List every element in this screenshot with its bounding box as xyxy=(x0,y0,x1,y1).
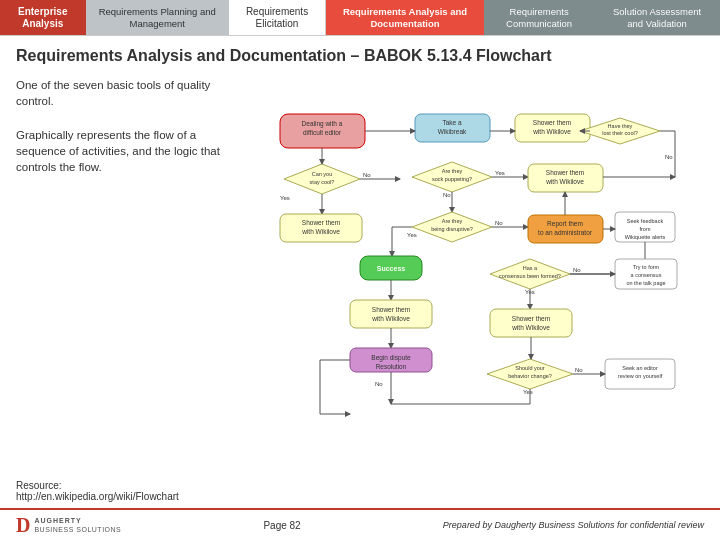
nav-item-solution[interactable]: Solution Assessment and Validation xyxy=(594,0,720,35)
svg-text:lost their cool?: lost their cool? xyxy=(602,130,637,136)
footer-logo: D AUGHERTY BUSINESS SOLUTIONS xyxy=(16,514,121,537)
svg-text:Wikiquette alerts: Wikiquette alerts xyxy=(625,234,666,240)
flowchart-area: Dealing with a difficult editor Take a W… xyxy=(236,77,704,502)
svg-text:review on yourself: review on yourself xyxy=(618,373,663,379)
nav-item-enterprise[interactable]: Enterprise Analysis xyxy=(0,0,86,35)
svg-text:Take a: Take a xyxy=(442,119,462,126)
nav-item-communication[interactable]: Requirements Communication xyxy=(484,0,594,35)
svg-text:Should your: Should your xyxy=(515,365,545,371)
main-content: Requirements Analysis and Documentation … xyxy=(0,36,720,508)
svg-text:No: No xyxy=(495,220,503,226)
svg-text:No: No xyxy=(375,381,383,387)
svg-text:Shower them: Shower them xyxy=(302,219,340,226)
svg-text:Yes: Yes xyxy=(495,170,505,176)
para1: One of the seven basic tools of quality … xyxy=(16,77,224,109)
svg-text:sock puppeting?: sock puppeting? xyxy=(432,176,472,182)
svg-text:Yes: Yes xyxy=(280,195,290,201)
svg-text:a consensus: a consensus xyxy=(631,272,662,278)
resource-link[interactable]: Resource: http://en.wikipedia.org/wiki/F… xyxy=(16,472,224,502)
svg-text:No: No xyxy=(363,172,371,178)
svg-text:from: from xyxy=(640,226,651,232)
svg-text:No: No xyxy=(665,154,673,160)
svg-text:stay cool?: stay cool? xyxy=(310,179,335,185)
logo-letter: D xyxy=(16,514,30,537)
footer-prepared: Prepared by Daugherty Business Solutions… xyxy=(443,520,704,530)
svg-text:Yes: Yes xyxy=(407,232,417,238)
footer: D AUGHERTY BUSINESS SOLUTIONS Page 82 Pr… xyxy=(0,508,720,540)
svg-text:Shower them: Shower them xyxy=(512,315,550,322)
svg-text:consensus been formed?: consensus been formed? xyxy=(499,273,561,279)
main-body: One of the seven basic tools of quality … xyxy=(16,77,704,502)
page-title: Requirements Analysis and Documentation … xyxy=(16,46,704,67)
svg-text:Try to form: Try to form xyxy=(633,264,660,270)
svg-text:Shower them: Shower them xyxy=(546,169,584,176)
nav-item-planning[interactable]: Requirements Planning and Management xyxy=(86,0,230,35)
svg-text:Begin dispute: Begin dispute xyxy=(371,354,411,362)
svg-text:Report them: Report them xyxy=(547,220,583,228)
svg-text:being disruptive?: being disruptive? xyxy=(431,226,473,232)
svg-text:No: No xyxy=(573,267,581,273)
left-text-panel: One of the seven basic tools of quality … xyxy=(16,77,236,502)
svg-text:on the talk page: on the talk page xyxy=(626,280,665,286)
svg-text:to an administrator: to an administrator xyxy=(538,229,593,236)
svg-rect-76 xyxy=(490,309,572,337)
svg-text:Yes: Yes xyxy=(523,389,533,395)
footer-page: Page 82 xyxy=(263,520,300,531)
svg-text:No: No xyxy=(575,367,583,373)
svg-text:behavior change?: behavior change? xyxy=(508,373,552,379)
svg-text:Seek feedback: Seek feedback xyxy=(627,218,664,224)
nav-item-elicitation[interactable]: Requirements Elicitation xyxy=(229,0,326,35)
svg-text:with Wikilove: with Wikilove xyxy=(545,178,584,185)
svg-text:with Wikilove: with Wikilove xyxy=(511,324,550,331)
svg-text:difficult editor: difficult editor xyxy=(303,129,342,136)
svg-text:Dealing with a: Dealing with a xyxy=(302,120,343,128)
svg-text:Wikibreak: Wikibreak xyxy=(438,128,467,135)
svg-text:Resolution: Resolution xyxy=(376,363,407,370)
svg-text:Seek an editor: Seek an editor xyxy=(622,365,658,371)
svg-text:Can you: Can you xyxy=(312,171,333,177)
svg-text:Shower them: Shower them xyxy=(372,306,410,313)
para2: Graphically represents the flow of a seq… xyxy=(16,127,224,175)
svg-text:Success: Success xyxy=(377,265,406,272)
nav-item-analysis[interactable]: Requirements Analysis and Documentation xyxy=(326,0,484,35)
logo-name: AUGHERTY xyxy=(34,516,121,525)
svg-text:Are they: Are they xyxy=(442,218,463,224)
svg-text:Have they: Have they xyxy=(608,123,633,129)
svg-text:with Wikilove: with Wikilove xyxy=(301,228,340,235)
logo-sub: BUSINESS SOLUTIONS xyxy=(34,525,121,534)
svg-text:with Wikilove: with Wikilove xyxy=(371,315,410,322)
svg-text:No: No xyxy=(443,192,451,198)
top-navigation: Enterprise Analysis Requirements Plannin… xyxy=(0,0,720,36)
svg-text:Has a: Has a xyxy=(523,265,538,271)
svg-text:with Wikilove: with Wikilove xyxy=(532,128,571,135)
svg-text:Shower them: Shower them xyxy=(533,119,571,126)
svg-text:Are they: Are they xyxy=(442,168,463,174)
svg-rect-60 xyxy=(350,300,432,328)
flowchart-svg: Dealing with a difficult editor Take a W… xyxy=(260,104,680,474)
